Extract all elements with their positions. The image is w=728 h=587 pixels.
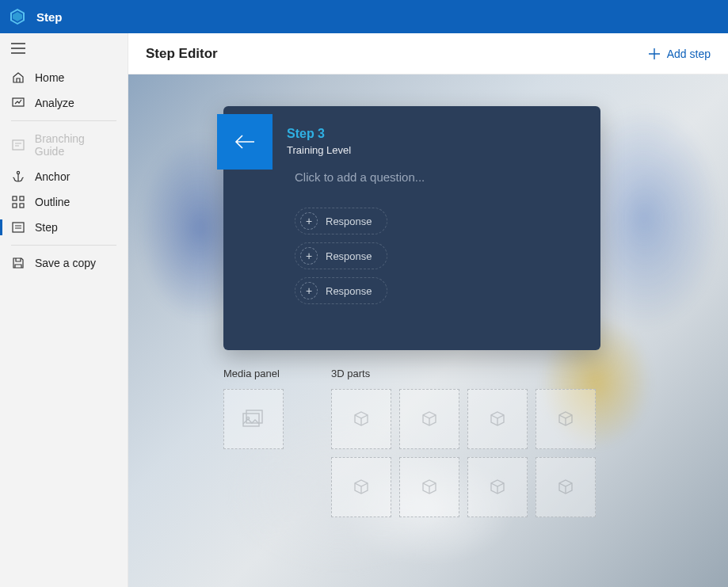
step-subtitle: Training Level [287,144,351,156]
plus-icon: + [300,282,318,299]
guide-icon [11,139,25,151]
part-slot[interactable] [467,389,528,449]
question-input[interactable]: Click to add a question... [223,156,600,184]
add-response-button[interactable]: + Response [295,242,387,269]
svg-rect-7 [13,223,24,232]
svg-rect-6 [20,204,24,208]
sidebar-item-step[interactable]: Step [0,215,128,240]
cube-icon [421,478,438,496]
sidebar-item-label: Analyze [35,97,74,109]
save-icon [11,257,25,269]
part-slot[interactable] [467,457,528,517]
sidebar-item-label: Home [35,71,64,84]
sidebar-item-home[interactable]: Home [0,65,128,90]
add-response-button[interactable]: + Response [295,277,387,304]
image-icon [242,410,265,429]
sidebar-item-save-copy[interactable]: Save a copy [0,250,128,276]
sidebar-item-branching-guide: Branching Guide [0,126,128,164]
media-panel-label: Media panel [223,368,284,379]
part-slot[interactable] [331,389,391,449]
sidebar-item-label: Branching Guide [35,132,116,158]
svg-rect-12 [243,414,259,426]
step-title: Step 3 [287,127,351,141]
arrow-left-icon [234,134,255,150]
sidebar-item-label: Anchor [35,170,70,183]
divider [11,120,116,121]
back-button[interactable] [217,114,273,170]
home-icon [11,71,25,84]
sidebar-item-analyze[interactable]: Analyze [0,90,128,116]
sidebar: Home Analyze Branching Guide Anchor [0,33,128,587]
cube-icon [421,410,438,428]
sidebar-item-label: Step [35,221,58,234]
divider [11,245,116,246]
response-label: Response [326,250,372,262]
cube-icon [489,410,506,428]
anchor-icon [11,170,25,183]
add-step-label: Add step [667,48,711,60]
sidebar-item-outline[interactable]: Outline [0,189,128,215]
cube-icon [557,478,574,496]
add-step-button[interactable]: Add step [648,48,711,60]
svg-rect-3 [13,196,17,200]
plus-icon: + [300,212,318,230]
svg-point-2 [17,171,19,173]
step-icon [11,221,25,234]
plus-icon: + [300,247,318,265]
analyze-icon [11,97,25,109]
app-logo-icon [8,7,27,26]
toolbar: Step Editor Add step [128,33,728,74]
sidebar-item-label: Save a copy [35,257,96,269]
step-card: Step 3 Training Level Click to add a que… [223,106,600,350]
part-slot[interactable] [399,457,459,517]
media-panel: Media panel [223,368,284,517]
svg-rect-5 [13,204,17,208]
titlebar: Step [0,0,728,33]
cube-icon [557,410,574,428]
app-title: Step [36,10,63,24]
cube-icon [489,478,506,496]
parts-panel-label: 3D parts [331,368,596,379]
media-slot[interactable] [223,389,284,449]
plus-icon [648,48,661,60]
svg-rect-1 [13,140,24,150]
outline-icon [11,196,25,208]
response-label: Response [326,215,372,227]
part-slot[interactable] [536,457,596,517]
part-slot[interactable] [331,457,391,517]
part-slot[interactable] [399,389,459,449]
content: Step Editor Add step Step 3 Training Lev… [128,33,728,587]
hamburger-button[interactable] [0,43,128,65]
parts-panel: 3D parts [331,368,596,517]
page-title: Step Editor [146,46,218,62]
svg-rect-4 [20,196,24,200]
add-response-button[interactable]: + Response [295,208,387,234]
response-label: Response [326,285,372,297]
cube-icon [353,410,370,428]
editor-canvas: Step 3 Training Level Click to add a que… [128,74,728,587]
cube-icon [353,478,370,496]
sidebar-item-label: Outline [35,196,70,208]
sidebar-item-anchor[interactable]: Anchor [0,164,128,189]
part-slot[interactable] [536,389,596,449]
